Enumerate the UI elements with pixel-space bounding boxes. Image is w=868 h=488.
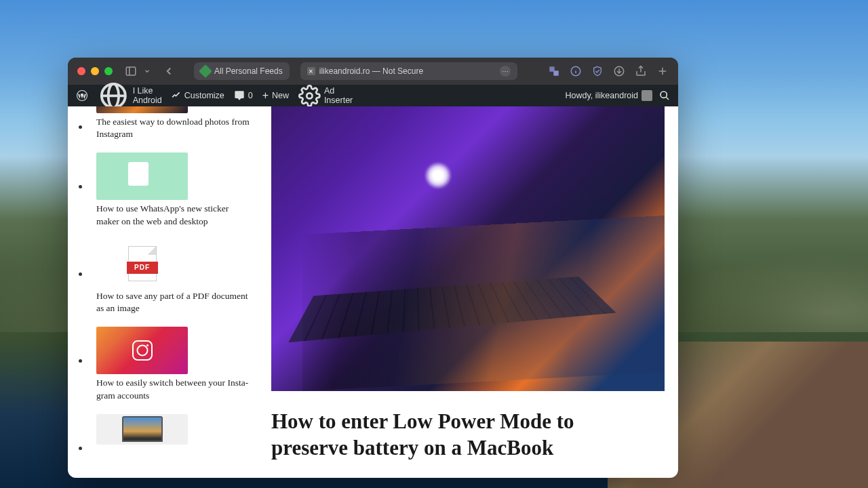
thumbnail — [96, 414, 188, 445]
comments-link[interactable]: 0 — [234, 90, 253, 101]
toolbar-right — [548, 65, 669, 77]
traffic-lights — [77, 67, 113, 75]
main-article: How to enter Low Power Mode to preserve … — [258, 106, 678, 478]
svg-point-17 — [660, 92, 667, 98]
list-item-title: How to easily switch between your Insta­… — [96, 377, 250, 401]
list-item[interactable]: How to easily switch between your Insta­… — [96, 327, 250, 401]
close-button[interactable] — [77, 67, 85, 75]
svg-line-18 — [666, 97, 669, 100]
list-item[interactable]: The easiest way to download photos from … — [96, 106, 250, 140]
svg-rect-0 — [126, 67, 136, 75]
wp-admin-bar: I Like Android Customize 0 + New Ad Inse… — [68, 85, 678, 106]
laptop-icon — [122, 416, 163, 442]
site-badge-icon: ✕ — [307, 67, 315, 75]
address-more-icon[interactable]: ⋯ — [500, 66, 511, 77]
sidebar-toggle-icon[interactable] — [125, 65, 137, 77]
pdf-icon: PDF — [128, 246, 157, 281]
shield-icon[interactable] — [591, 65, 604, 77]
maximize-button[interactable] — [104, 67, 113, 75]
instagram-icon — [132, 340, 153, 361]
list-item[interactable]: PDF How to save any part of a PDF docume… — [96, 240, 250, 314]
feeds-label: All Personal Feeds — [214, 66, 283, 76]
list-item-title: The easiest way to download photos from … — [96, 116, 250, 140]
search-icon[interactable] — [659, 90, 670, 101]
translate-icon[interactable] — [548, 65, 560, 77]
wp-logo[interactable] — [76, 89, 88, 102]
thumbnail — [96, 327, 188, 374]
address-text: ilikeandroid.ro — Not Secure — [319, 66, 423, 76]
hero-image — [271, 106, 665, 391]
new-tab-icon[interactable] — [656, 65, 669, 77]
new-link[interactable]: + New — [262, 89, 289, 102]
address-bar[interactable]: ✕ ilikeandroid.ro — Not Secure ⋯ — [300, 62, 517, 80]
svg-rect-3 — [553, 70, 559, 76]
ad-inserter-link[interactable]: Ad Inserter — [298, 85, 353, 107]
list-item[interactable] — [96, 414, 250, 445]
avatar-icon — [642, 90, 652, 101]
back-button[interactable] — [163, 65, 175, 77]
feeds-badge-icon — [199, 64, 212, 78]
thumbnail — [96, 152, 188, 200]
article-title: How to enter Low Power Mode to preserve … — [271, 409, 597, 462]
customize-link[interactable]: Customize — [172, 91, 224, 100]
howdy-link[interactable]: Howdy, ilikeandroid — [566, 90, 652, 101]
svg-point-16 — [307, 93, 312, 98]
thumbnail — [96, 106, 188, 113]
list-item-title: How to save any part of a PDF document a… — [96, 290, 250, 314]
info-icon[interactable] — [570, 65, 582, 77]
browser-window: All Personal Feeds ✕ ilikeandroid.ro — N… — [68, 58, 678, 478]
feeds-pill[interactable]: All Personal Feeds — [194, 62, 290, 80]
page-content: The easiest way to download photos from … — [68, 106, 678, 478]
related-sidebar: The easiest way to download photos from … — [68, 106, 258, 478]
share-icon[interactable] — [635, 65, 647, 77]
list-item[interactable]: How to use WhatsApp's new sticker maker … — [96, 152, 250, 227]
download-icon[interactable] — [613, 65, 625, 77]
list-item-title: How to use WhatsApp's new sticker maker … — [96, 203, 250, 227]
minimize-button[interactable] — [91, 67, 99, 75]
thumbnail: PDF — [96, 240, 188, 287]
chevron-down-icon[interactable] — [144, 65, 151, 77]
